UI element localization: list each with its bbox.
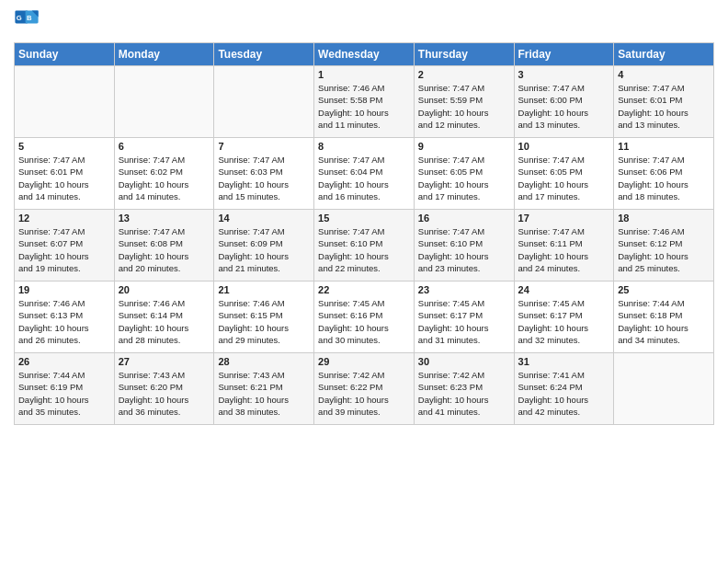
day-info: Sunrise: 7:45 AM Sunset: 6:16 PM Dayligh… xyxy=(318,297,410,346)
calendar-cell: 18Sunrise: 7:46 AM Sunset: 6:12 PM Dayli… xyxy=(614,210,714,282)
calendar-cell: 28Sunrise: 7:43 AM Sunset: 6:21 PM Dayli… xyxy=(214,353,314,425)
day-info: Sunrise: 7:47 AM Sunset: 6:03 PM Dayligh… xyxy=(218,154,310,202)
day-number: 23 xyxy=(418,284,510,295)
calendar-cell: 22Sunrise: 7:45 AM Sunset: 6:16 PM Dayli… xyxy=(314,282,415,353)
day-number: 20 xyxy=(119,284,210,295)
day-number: 31 xyxy=(518,356,610,367)
weekday-header: Friday xyxy=(514,43,614,66)
day-info: Sunrise: 7:47 AM Sunset: 6:10 PM Dayligh… xyxy=(418,225,510,274)
calendar-cell: 16Sunrise: 7:47 AM Sunset: 6:10 PM Dayli… xyxy=(414,210,514,282)
calendar-cell: 8Sunrise: 7:47 AM Sunset: 6:04 PM Daylig… xyxy=(314,138,415,210)
day-info: Sunrise: 7:47 AM Sunset: 6:02 PM Dayligh… xyxy=(119,154,210,202)
day-info: Sunrise: 7:46 AM Sunset: 5:58 PM Dayligh… xyxy=(318,82,410,131)
day-info: Sunrise: 7:47 AM Sunset: 5:59 PM Dayligh… xyxy=(418,82,510,131)
day-number: 9 xyxy=(418,141,510,152)
day-info: Sunrise: 7:43 AM Sunset: 6:21 PM Dayligh… xyxy=(218,369,310,418)
day-info: Sunrise: 7:47 AM Sunset: 6:08 PM Dayligh… xyxy=(119,225,210,274)
weekday-header: Tuesday xyxy=(214,43,314,66)
day-number: 13 xyxy=(119,213,210,224)
calendar-cell xyxy=(114,66,214,138)
day-number: 17 xyxy=(518,213,610,224)
calendar-cell: 31Sunrise: 7:41 AM Sunset: 6:24 PM Dayli… xyxy=(514,353,614,425)
weekday-header: Thursday xyxy=(414,43,514,66)
weekday-header: Monday xyxy=(114,43,214,66)
day-number: 29 xyxy=(318,356,410,367)
calendar-cell xyxy=(614,353,714,425)
day-number: 16 xyxy=(418,213,510,224)
day-info: Sunrise: 7:47 AM Sunset: 6:05 PM Dayligh… xyxy=(418,154,510,202)
calendar-cell: 27Sunrise: 7:43 AM Sunset: 6:20 PM Dayli… xyxy=(114,353,214,425)
day-number: 19 xyxy=(18,284,110,295)
calendar-cell: 25Sunrise: 7:44 AM Sunset: 6:18 PM Dayli… xyxy=(614,282,714,353)
day-number: 26 xyxy=(18,356,110,367)
calendar-cell: 9Sunrise: 7:47 AM Sunset: 6:05 PM Daylig… xyxy=(414,138,514,210)
day-number: 14 xyxy=(218,213,310,224)
calendar-table: SundayMondayTuesdayWednesdayThursdayFrid… xyxy=(14,42,714,425)
calendar-cell: 26Sunrise: 7:44 AM Sunset: 6:19 PM Dayli… xyxy=(15,353,115,425)
calendar-cell xyxy=(214,66,314,138)
day-info: Sunrise: 7:45 AM Sunset: 6:17 PM Dayligh… xyxy=(418,297,510,346)
calendar-cell: 13Sunrise: 7:47 AM Sunset: 6:08 PM Dayli… xyxy=(114,210,214,282)
day-info: Sunrise: 7:47 AM Sunset: 6:05 PM Dayligh… xyxy=(518,154,610,202)
day-number: 15 xyxy=(318,213,410,224)
calendar-cell: 3Sunrise: 7:47 AM Sunset: 6:00 PM Daylig… xyxy=(514,66,614,138)
calendar-cell: 10Sunrise: 7:47 AM Sunset: 6:05 PM Dayli… xyxy=(514,138,614,210)
logo: G B xyxy=(14,9,41,35)
day-info: Sunrise: 7:42 AM Sunset: 6:22 PM Dayligh… xyxy=(318,369,410,418)
day-number: 11 xyxy=(618,141,710,152)
day-info: Sunrise: 7:47 AM Sunset: 6:01 PM Dayligh… xyxy=(18,154,110,202)
weekday-header: Sunday xyxy=(15,43,115,66)
day-info: Sunrise: 7:47 AM Sunset: 6:09 PM Dayligh… xyxy=(218,225,310,274)
calendar-cell: 30Sunrise: 7:42 AM Sunset: 6:23 PM Dayli… xyxy=(414,353,514,425)
day-info: Sunrise: 7:46 AM Sunset: 6:15 PM Dayligh… xyxy=(218,297,310,346)
header: G B xyxy=(14,9,714,35)
svg-text:G: G xyxy=(17,14,22,22)
calendar-cell: 12Sunrise: 7:47 AM Sunset: 6:07 PM Dayli… xyxy=(15,210,115,282)
calendar-cell: 1Sunrise: 7:46 AM Sunset: 5:58 PM Daylig… xyxy=(314,66,415,138)
calendar-cell: 7Sunrise: 7:47 AM Sunset: 6:03 PM Daylig… xyxy=(214,138,314,210)
day-info: Sunrise: 7:45 AM Sunset: 6:17 PM Dayligh… xyxy=(518,297,610,346)
day-info: Sunrise: 7:47 AM Sunset: 6:04 PM Dayligh… xyxy=(318,154,410,202)
calendar-cell: 2Sunrise: 7:47 AM Sunset: 5:59 PM Daylig… xyxy=(414,66,514,138)
calendar-week-row: 26Sunrise: 7:44 AM Sunset: 6:19 PM Dayli… xyxy=(15,353,714,425)
day-info: Sunrise: 7:42 AM Sunset: 6:23 PM Dayligh… xyxy=(418,369,510,418)
day-info: Sunrise: 7:46 AM Sunset: 6:13 PM Dayligh… xyxy=(18,297,110,346)
calendar-week-row: 12Sunrise: 7:47 AM Sunset: 6:07 PM Dayli… xyxy=(15,210,714,282)
svg-text:B: B xyxy=(27,14,32,22)
calendar-week-row: 5Sunrise: 7:47 AM Sunset: 6:01 PM Daylig… xyxy=(15,138,714,210)
day-number: 24 xyxy=(518,284,610,295)
calendar-cell: 21Sunrise: 7:46 AM Sunset: 6:15 PM Dayli… xyxy=(214,282,314,353)
weekday-header: Saturday xyxy=(614,43,714,66)
day-number: 25 xyxy=(618,284,710,295)
day-number: 5 xyxy=(18,141,110,152)
day-number: 12 xyxy=(18,213,110,224)
calendar-header-row: SundayMondayTuesdayWednesdayThursdayFrid… xyxy=(15,43,714,66)
calendar-cell xyxy=(15,66,115,138)
day-number: 28 xyxy=(218,356,310,367)
calendar-cell: 11Sunrise: 7:47 AM Sunset: 6:06 PM Dayli… xyxy=(614,138,714,210)
day-number: 27 xyxy=(119,356,210,367)
day-info: Sunrise: 7:47 AM Sunset: 6:06 PM Dayligh… xyxy=(618,154,710,202)
calendar-cell: 19Sunrise: 7:46 AM Sunset: 6:13 PM Dayli… xyxy=(15,282,115,353)
calendar-cell: 29Sunrise: 7:42 AM Sunset: 6:22 PM Dayli… xyxy=(314,353,415,425)
day-number: 2 xyxy=(418,69,510,80)
day-info: Sunrise: 7:47 AM Sunset: 6:01 PM Dayligh… xyxy=(618,82,710,131)
calendar-week-row: 19Sunrise: 7:46 AM Sunset: 6:13 PM Dayli… xyxy=(15,282,714,353)
day-number: 3 xyxy=(518,69,610,80)
day-info: Sunrise: 7:47 AM Sunset: 6:11 PM Dayligh… xyxy=(518,225,610,274)
calendar-cell: 14Sunrise: 7:47 AM Sunset: 6:09 PM Dayli… xyxy=(214,210,314,282)
day-number: 4 xyxy=(618,69,710,80)
day-number: 6 xyxy=(119,141,210,152)
day-info: Sunrise: 7:43 AM Sunset: 6:20 PM Dayligh… xyxy=(119,369,210,418)
day-info: Sunrise: 7:46 AM Sunset: 6:14 PM Dayligh… xyxy=(119,297,210,346)
calendar-cell: 17Sunrise: 7:47 AM Sunset: 6:11 PM Dayli… xyxy=(514,210,614,282)
page: G B SundayMondayTuesdayWednesdayThursday… xyxy=(0,0,728,434)
day-info: Sunrise: 7:46 AM Sunset: 6:12 PM Dayligh… xyxy=(618,225,710,274)
day-number: 7 xyxy=(218,141,310,152)
day-info: Sunrise: 7:47 AM Sunset: 6:00 PM Dayligh… xyxy=(518,82,610,131)
day-number: 10 xyxy=(518,141,610,152)
calendar-cell: 24Sunrise: 7:45 AM Sunset: 6:17 PM Dayli… xyxy=(514,282,614,353)
day-number: 18 xyxy=(618,213,710,224)
weekday-header: Wednesday xyxy=(314,43,415,66)
calendar-week-row: 1Sunrise: 7:46 AM Sunset: 5:58 PM Daylig… xyxy=(15,66,714,138)
